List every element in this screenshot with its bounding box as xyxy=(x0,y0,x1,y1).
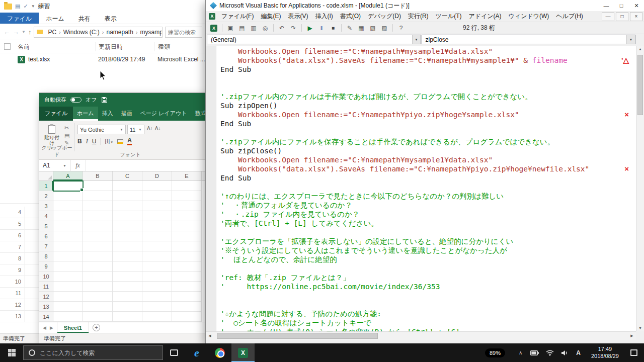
grid-cell[interactable] xyxy=(53,181,83,191)
grid-cell[interactable] xyxy=(83,181,113,191)
excel-ribbon-tab[interactable]: 数式 xyxy=(191,107,206,121)
grid-cell[interactable] xyxy=(142,312,172,322)
grid-row-header[interactable]: 4 xyxy=(39,211,53,221)
history-dropdown-icon[interactable]: ▼ xyxy=(22,30,26,34)
code-line[interactable] xyxy=(216,74,636,83)
code-line[interactable]: '.zipファイル内にファイルを保存することは手作業であればできるが、プログラム… xyxy=(216,137,636,146)
grid-column-header[interactable]: B xyxy=(83,171,113,180)
cut-icon[interactable]: ✂ xyxy=(64,125,69,131)
wifi-icon[interactable] xyxy=(546,350,554,356)
grid-cell[interactable] xyxy=(53,221,83,231)
grid-row-header[interactable]: 9 xyxy=(39,261,53,272)
ime-mode-indicator[interactable]: A xyxy=(576,349,581,356)
grid-cell[interactable] xyxy=(172,191,202,201)
scroll-right-icon[interactable]: ▶ xyxy=(628,332,636,340)
grid-row-header[interactable]: 2 xyxy=(39,191,53,201)
vba-menu-item[interactable]: ファイル(F) xyxy=(218,11,257,22)
grid-cell[interactable] xyxy=(142,221,172,231)
grid-cell[interactable] xyxy=(113,181,142,191)
start-button[interactable] xyxy=(0,343,23,362)
object-browser-icon[interactable]: ▨ xyxy=(379,23,389,33)
vba-menu-item[interactable]: 編集(E) xyxy=(257,11,284,22)
sheet-tab[interactable]: Sheet1 xyxy=(57,322,89,333)
explorer-search-input[interactable] xyxy=(165,27,202,38)
bold-button[interactable]: B xyxy=(77,138,82,145)
properties-window-icon[interactable]: ▧ xyxy=(368,23,378,33)
code-line[interactable]: '☆かような問題に対する、予防のための処方箋: xyxy=(216,309,636,318)
code-line[interactable] xyxy=(216,128,636,137)
fill-color-icon[interactable] xyxy=(117,139,123,144)
grid-row-header[interactable]: 6 xyxy=(39,231,53,241)
back-button[interactable]: ← xyxy=(4,28,10,36)
paste-icon[interactable]: ▥ xyxy=(249,23,259,33)
code-line[interactable]: 'ref: 教材「.zip ファイルとは？」 xyxy=(216,273,636,282)
code-line[interactable]: Workbooks("data.xlsx").SaveAs filename:=… xyxy=(216,164,636,173)
grid-column-header[interactable]: E xyxy=(172,171,202,180)
explorer-ribbon-tab[interactable]: ホーム xyxy=(39,13,71,24)
module-window-icon[interactable]: X xyxy=(209,13,215,20)
grid-column-header[interactable]: A xyxy=(53,171,83,180)
scrollbar-thumb[interactable] xyxy=(637,55,643,115)
volume-icon[interactable] xyxy=(561,350,568,356)
code-line[interactable]: ' https://online.pc5bai.com/movie/index/… xyxy=(216,282,636,291)
code-line[interactable]: ' ○シート名の取得はショートカットキーで xyxy=(216,318,636,327)
quick-access-toolbar-icon[interactable]: ▤ xyxy=(15,3,20,10)
grid-cell[interactable] xyxy=(172,272,202,282)
child-close-button[interactable]: × xyxy=(630,12,642,21)
code-line[interactable]: 'エクスプローラを「拡張子を表示しない」の設定にしていると、絶望的に分かりにくい xyxy=(216,237,636,246)
child-minimize-button[interactable]: — xyxy=(602,12,614,21)
grid-cell[interactable] xyxy=(53,231,83,241)
scroll-up-icon[interactable]: ▲ xyxy=(636,47,644,51)
grid-cell[interactable] xyxy=(83,191,113,201)
restore-button[interactable]: □ xyxy=(614,0,629,11)
explorer-titlebar[interactable]: ▤ ✓ ▼ 練習 xyxy=(0,0,206,13)
select-all-button[interactable] xyxy=(39,171,53,180)
code-line[interactable]: ' ・普通のフォルダを見ているのか？ xyxy=(216,201,636,210)
grid-cell[interactable] xyxy=(172,251,202,261)
grid-row-header[interactable]: 13 xyxy=(39,302,53,312)
code-line[interactable] xyxy=(216,291,636,300)
grid-cell[interactable] xyxy=(83,231,113,241)
code-line[interactable]: End Sub xyxy=(216,173,636,183)
sheet-nav-left-icon[interactable]: ◀ xyxy=(43,325,46,330)
grid-cell[interactable] xyxy=(53,292,83,302)
close-button[interactable]: ✕ xyxy=(629,0,644,11)
help-icon[interactable]: ? xyxy=(396,23,406,33)
battery-icon[interactable] xyxy=(530,350,539,355)
grid-cell[interactable] xyxy=(83,261,113,272)
vertical-scrollbar[interactable]: ▲ ▼ xyxy=(636,46,644,331)
grid-row-header[interactable]: 5 xyxy=(39,221,53,231)
excel-window-background[interactable]: 45678910111213 準備完了 xyxy=(0,204,40,343)
horizontal-scrollbar[interactable]: ◀ ▶ xyxy=(206,331,636,340)
vba-menu-item[interactable]: ツール(T) xyxy=(432,11,465,22)
excel-ribbon-tab[interactable]: ファイル xyxy=(39,107,73,121)
borders-button[interactable]: 田▼ xyxy=(105,138,113,145)
scrollbar-thumb[interactable] xyxy=(217,333,378,339)
excel-titlebar[interactable]: 自動保存 オフ xyxy=(39,93,206,107)
reset-button[interactable]: ■ xyxy=(328,23,338,33)
code-line[interactable]: Workbooks.Open filename:="C:¥namepath¥my… xyxy=(216,47,636,56)
tray-expand-icon[interactable]: ∧ xyxy=(519,350,522,355)
vba-menu-item[interactable]: 挿入(I) xyxy=(311,11,336,22)
child-restore-button[interactable]: □ xyxy=(616,12,628,21)
grid-cell[interactable] xyxy=(53,261,83,272)
explorer-ribbon-tab[interactable]: 表示 xyxy=(98,13,124,24)
code-line[interactable] xyxy=(216,228,636,237)
grid-row-header[interactable]: 11 xyxy=(39,282,53,292)
formula-input[interactable] xyxy=(86,160,206,171)
vba-menu-item[interactable]: 表示(V) xyxy=(284,11,311,22)
grid-cell[interactable] xyxy=(113,231,142,241)
grid-cell[interactable] xyxy=(53,201,83,211)
grid-cell[interactable] xyxy=(53,251,83,261)
excel-ribbon-tab[interactable]: ホーム xyxy=(73,107,98,121)
sheet-nav-right-icon[interactable]: ▶ xyxy=(50,325,53,330)
grid-cell[interactable] xyxy=(113,261,142,272)
grid-row-header[interactable]: 8 xyxy=(39,251,53,261)
object-dropdown[interactable]: (General) ▼ xyxy=(207,35,421,44)
font-size-combobox[interactable]: 11 ▼ xyxy=(127,125,144,134)
font-color-button[interactable]: A xyxy=(127,137,132,145)
breadcrumb-item[interactable]: PC xyxy=(46,29,58,36)
taskbar-app-edge[interactable]: e xyxy=(185,343,208,362)
grid-cell[interactable] xyxy=(172,312,202,322)
list-column-header[interactable]: 種類 xyxy=(154,42,206,51)
